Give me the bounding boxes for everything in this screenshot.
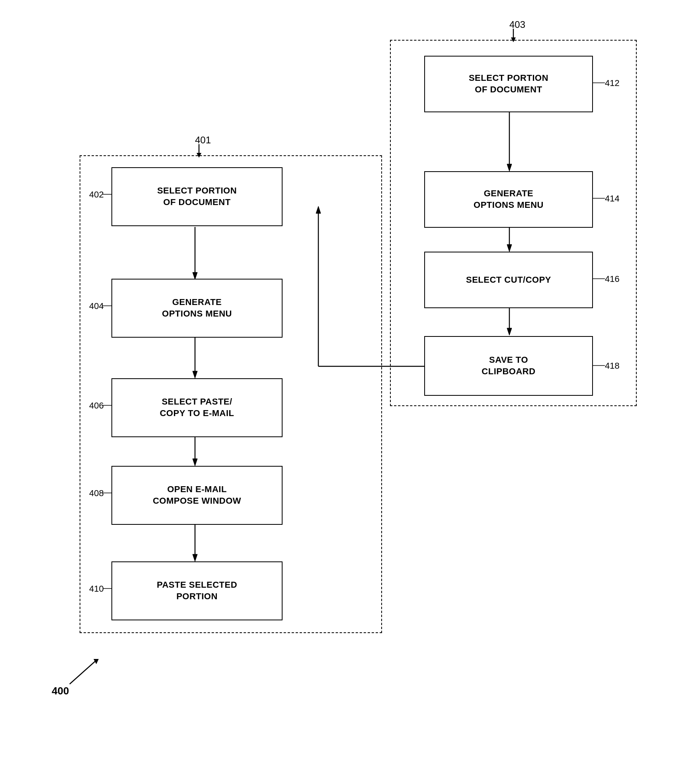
label-403: 403 (509, 19, 525, 30)
label-410: 410 (89, 584, 104, 594)
box-404: GENERATEOPTIONS MENU (111, 279, 283, 338)
box-414: GENERATEOPTIONS MENU (424, 171, 593, 228)
label-400: 400 (52, 685, 69, 697)
label-401: 401 (195, 135, 211, 146)
box-410: PASTE SELECTEDPORTION (111, 561, 283, 620)
box-408: OPEN E-MAILCOMPOSE WINDOW (111, 466, 283, 525)
label-402: 402 (89, 190, 104, 200)
label-408: 408 (89, 488, 104, 499)
box-412: SELECT PORTIONOF DOCUMENT (424, 56, 593, 112)
label-414: 414 (605, 194, 620, 204)
box-416: SELECT CUT/COPY (424, 252, 593, 308)
label-418: 418 (605, 361, 620, 371)
diagram-container: 403 SELECT PORTIONOF DOCUMENT 412 GENERA… (0, 0, 698, 784)
label-406: 406 (89, 401, 104, 411)
svg-marker-31 (94, 659, 99, 664)
box-406: SELECT PASTE/COPY TO E-MAIL (111, 378, 283, 437)
box-418: SAVE TOCLIPBOARD (424, 336, 593, 396)
label-404: 404 (89, 301, 104, 311)
svg-line-30 (70, 661, 96, 684)
box-402: SELECT PORTIONOF DOCUMENT (111, 167, 283, 226)
label-416: 416 (605, 274, 620, 284)
label-412: 412 (605, 78, 620, 88)
